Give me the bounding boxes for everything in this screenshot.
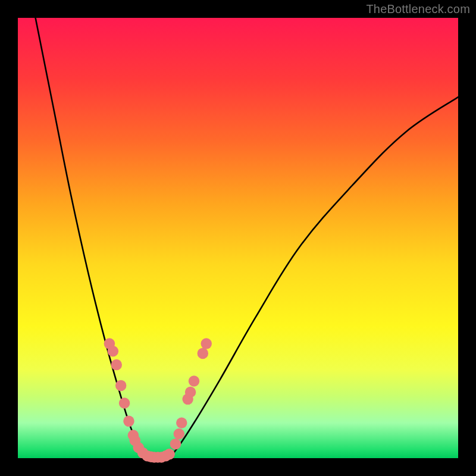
bottleneck-curve-left: [36, 18, 159, 459]
watermark-text: TheBottleneck.com: [366, 2, 470, 16]
data-marker: [108, 346, 119, 357]
chart-svg: [18, 18, 458, 458]
data-marker: [201, 338, 212, 349]
chart-frame: TheBottleneck.com: [0, 0, 476, 476]
marker-layer: [104, 338, 212, 462]
data-marker: [170, 439, 181, 450]
data-marker: [174, 428, 185, 440]
bottleneck-curve-right: [159, 97, 458, 459]
plot-area: [18, 18, 458, 458]
data-marker: [176, 418, 187, 429]
data-marker: [119, 397, 130, 409]
data-marker: [189, 375, 200, 387]
data-marker: [198, 348, 209, 359]
data-marker: [123, 416, 134, 427]
curve-layer: [36, 18, 458, 459]
data-marker: [185, 387, 196, 398]
data-marker: [111, 359, 123, 371]
data-marker: [164, 449, 175, 460]
data-marker: [115, 380, 127, 392]
